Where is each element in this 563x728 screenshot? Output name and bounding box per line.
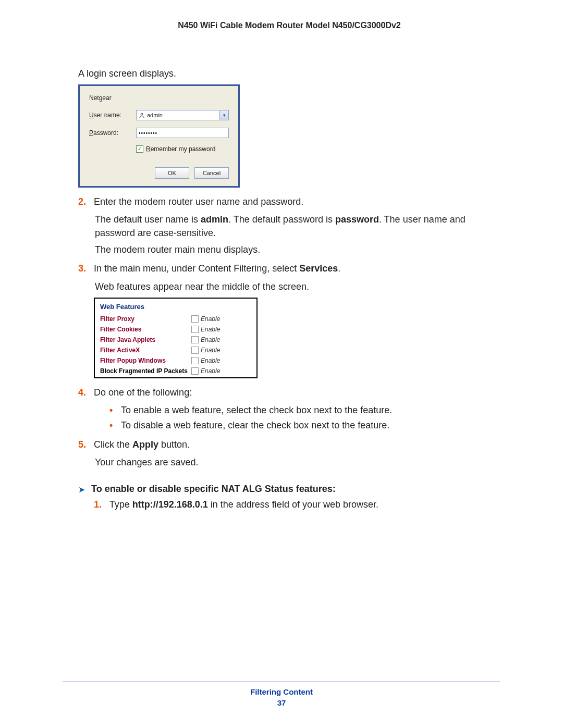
wf-checkbox[interactable]	[191, 347, 199, 354]
procedure-heading: ➤ To enable or disable specific NAT ALG …	[78, 484, 500, 495]
step-4-bullets: To enable a web feature, select the chec…	[109, 403, 500, 433]
login-brand: Netgear	[89, 94, 229, 102]
wf-checkbox[interactable]	[191, 315, 199, 323]
cancel-button[interactable]: Cancel	[194, 167, 229, 179]
wf-checkbox[interactable]	[191, 367, 199, 375]
bullet-item: To disable a web feature, clear the chec…	[109, 418, 500, 433]
wf-enable-text: Enable	[201, 357, 220, 364]
step-number: 1.	[94, 498, 107, 511]
step-2: 2. Enter the modem router user name and …	[78, 195, 500, 208]
wf-label: Filter Popup Windows	[100, 357, 191, 364]
wf-enable-text: Enable	[201, 336, 220, 343]
chevron-down-icon: ▾	[223, 113, 226, 118]
step-2-detail-1: The default user name is admin. The defa…	[95, 213, 500, 240]
step-number: 4.	[78, 386, 91, 399]
footer-section: Filtering Content	[63, 687, 500, 696]
wf-enable-text: Enable	[201, 326, 220, 333]
page-footer: Filtering Content 37	[63, 682, 500, 707]
document-title: N450 WiFi Cable Modem Router Model N450/…	[78, 21, 500, 30]
step-4: 4. Do one of the following:	[78, 386, 500, 399]
login-screenshot: Netgear User name: admin ▾ Password: •••…	[78, 84, 240, 188]
wf-label: Filter Proxy	[100, 315, 191, 323]
web-features-screenshot: Web Features Filter ProxyEnable Filter C…	[94, 298, 258, 378]
wf-enable-text: Enable	[201, 367, 220, 375]
step-text: Enter the modem router user name and pas…	[94, 196, 303, 207]
footer-page-number: 37	[63, 698, 500, 707]
svg-point-0	[141, 113, 143, 115]
username-value: admin	[147, 112, 163, 118]
wf-label: Filter ActiveX	[100, 347, 191, 354]
wf-label: Block Fragmented IP Packets	[100, 367, 191, 375]
password-label: Password:	[89, 129, 136, 137]
username-dropdown-button[interactable]: ▾	[219, 110, 228, 120]
arrow-right-icon: ➤	[78, 485, 85, 495]
procedure-heading-text: To enable or disable specific NAT ALG St…	[91, 484, 336, 495]
wf-checkbox[interactable]	[191, 336, 199, 343]
ok-button[interactable]: OK	[155, 167, 189, 179]
bullet-item: To enable a web feature, select the chec…	[109, 403, 500, 417]
step-text: Type http://192.168.0.1 in the address f…	[109, 499, 378, 510]
step-number: 5.	[78, 438, 91, 451]
person-icon	[139, 112, 145, 118]
step-text: Do one of the following:	[94, 387, 192, 398]
step-2-detail-2: The modem router main menu displays.	[95, 243, 500, 256]
wf-label: Filter Java Applets	[100, 336, 191, 343]
wf-label: Filter Cookies	[100, 326, 191, 333]
wf-checkbox[interactable]	[191, 326, 199, 333]
step-text: Click the Apply button.	[94, 439, 190, 450]
password-input[interactable]: ••••••••	[136, 128, 229, 138]
wf-enable-text: Enable	[201, 315, 220, 323]
step-5-after: Your changes are saved.	[95, 455, 500, 469]
web-features-title: Web Features	[100, 303, 251, 311]
remember-checkbox[interactable]: ✓	[136, 145, 143, 153]
substep-1: 1. Type http://192.168.0.1 in the addres…	[94, 498, 500, 511]
password-mask: ••••••••	[139, 130, 157, 136]
intro-paragraph: A login screen displays.	[78, 67, 500, 80]
username-label: User name:	[89, 112, 136, 119]
wf-enable-text: Enable	[201, 347, 220, 354]
step-5: 5. Click the Apply button.	[78, 438, 500, 451]
step-3-after: Web features appear near the middle of t…	[95, 280, 500, 293]
remember-label: Remember my password	[146, 145, 215, 153]
wf-checkbox[interactable]	[191, 357, 199, 364]
step-text: In the main menu, under Content Filterin…	[94, 263, 340, 274]
step-number: 2.	[78, 195, 91, 208]
username-input[interactable]: admin ▾	[136, 110, 229, 120]
step-3: 3. In the main menu, under Content Filte…	[78, 262, 500, 275]
step-number: 3.	[78, 262, 91, 275]
